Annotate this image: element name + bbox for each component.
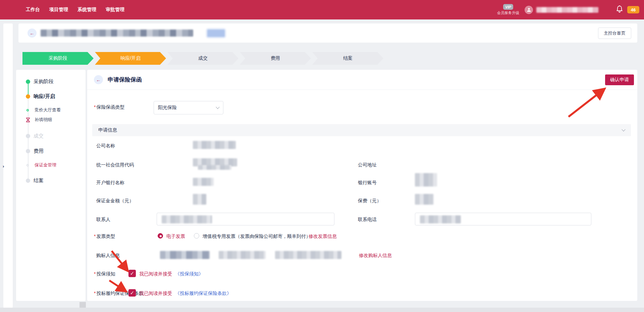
sidebar-item-label: 结案 xyxy=(34,177,44,184)
required-mark: * xyxy=(94,291,96,296)
contact-person-input[interactable] xyxy=(157,213,334,225)
page-body: › ← 主控台首页 采购阶段 响应/开启 成交 费用 结案 采购阶段 响应/开启… xyxy=(0,19,644,312)
left-collapse-panel xyxy=(3,23,13,308)
horizontal-scrollbar-track[interactable] xyxy=(0,308,644,312)
performance-clause-checkbox[interactable]: ✓ xyxy=(128,289,136,297)
performance-clause-doc-link[interactable]: 《投标履约保证保险条款》 xyxy=(175,291,231,297)
redacted-bank-name xyxy=(193,178,214,186)
insurance-application-card: ← 申请保险保函 确认申请 *保险保函类型 阳光保险 申请信息 公司名称 统一社… xyxy=(87,70,637,301)
nav-workbench[interactable]: 工作台 xyxy=(26,7,40,13)
back-button[interactable]: ← xyxy=(28,29,37,38)
confirm-apply-button[interactable]: 确认申请 xyxy=(605,74,634,85)
redacted-bank-account xyxy=(415,173,437,187)
timeline-line-green xyxy=(28,84,29,94)
main-nav: 工作台 项目管理 系统管理 审批管理 xyxy=(0,7,124,13)
form-back-button[interactable]: ← xyxy=(94,75,103,84)
agree-text: 我已阅读并接受 xyxy=(139,291,172,297)
redacted-premium xyxy=(415,194,434,205)
insurance-notice-doc-link[interactable]: 《投保须知》 xyxy=(175,271,203,277)
card-header: ← 申请保险保函 确认申请 xyxy=(87,70,637,90)
edit-buyer-info-link[interactable]: 修改购标人信息 xyxy=(359,253,392,259)
redacted-username xyxy=(536,7,598,13)
contact-person-label: 联系人 xyxy=(96,217,110,223)
redacted-contact-phone xyxy=(420,215,461,223)
sidebar-item-label: 竞价大厅查看 xyxy=(35,107,61,113)
redacted-company-name xyxy=(193,141,236,149)
ring-dot-icon xyxy=(26,164,29,166)
vip-icon: VIP xyxy=(503,4,513,10)
radio-vat-invoice[interactable] xyxy=(194,233,199,239)
radio-electronic-invoice-label[interactable]: 电子发票 xyxy=(166,233,185,240)
sidebar-item-label: 采购阶段 xyxy=(34,79,54,85)
performance-clause-label: *投标履约保证保险条款 xyxy=(94,291,143,297)
stage-timeline-sidebar: 采购阶段 响应/开启 竞价大厅查看 补填明细 成交 费用 保证金管理 xyxy=(16,70,86,301)
nav-project-management[interactable]: 项目管理 xyxy=(49,7,68,13)
redacted-buyer-id xyxy=(219,251,266,259)
vip-upgrade[interactable]: VIP 会员服务升级 xyxy=(497,4,519,15)
bank-account-label: 银行账号 xyxy=(358,180,377,186)
pending-dot-icon xyxy=(26,178,30,183)
contact-phone-input[interactable] xyxy=(415,213,591,225)
insurance-notice-label: *投保须知 xyxy=(94,271,115,277)
company-address-label: 公司地址 xyxy=(358,162,377,168)
user-icon xyxy=(527,7,531,12)
top-navigation-bar: 工作台 项目管理 系统管理 审批管理 VIP 会员服务升级 46 xyxy=(0,0,644,19)
sidebar-item-label: 补填明细 xyxy=(35,117,52,123)
back-arrow-icon: ← xyxy=(96,77,101,83)
sidebar-item-label: 费用 xyxy=(34,148,44,154)
contact-phone-label: 联系电话 xyxy=(358,217,377,223)
company-name-label: 公司名称 xyxy=(96,143,115,149)
redacted-deposit-amount xyxy=(193,194,206,205)
bond-type-value: 阳光保险 xyxy=(158,105,177,111)
sidebar-item-label: 响应/开启 xyxy=(34,93,55,100)
check-icon: ✓ xyxy=(130,290,135,296)
required-mark: * xyxy=(94,233,96,239)
radio-electronic-invoice[interactable] xyxy=(158,233,163,239)
active-dot-icon xyxy=(26,94,30,99)
project-header-card: ← 主控台首页 xyxy=(18,23,637,43)
notification-count-badge[interactable]: 46 xyxy=(627,6,639,13)
redacted-project-title xyxy=(41,30,193,37)
radio-vat-invoice-label[interactable]: 增值税专用发票（发票由保险公司邮寄，顺丰到付） xyxy=(203,233,311,240)
step-closing[interactable]: 结案 xyxy=(312,52,383,65)
bank-name-label: 开户银行名称 xyxy=(96,180,124,186)
redacted-credit-code xyxy=(198,165,231,170)
buyer-info-label: 购标人信息 xyxy=(96,253,120,259)
nav-approval-management[interactable]: 审批管理 xyxy=(106,7,124,13)
application-info-section-header[interactable]: 申请信息 xyxy=(92,124,631,136)
check-icon: ✓ xyxy=(130,270,135,276)
bond-type-select[interactable]: 阳光保险 xyxy=(154,101,223,114)
edit-invoice-info-link[interactable]: 修改发票信息 xyxy=(309,233,337,240)
section-title: 申请信息 xyxy=(98,127,117,133)
step-deal[interactable]: 成交 xyxy=(167,52,238,65)
premium-label: 保费（元） xyxy=(358,198,381,204)
vip-caption: 会员服务升级 xyxy=(497,10,519,15)
pending-dot-icon xyxy=(26,134,30,138)
back-arrow-icon: ← xyxy=(30,31,35,36)
pending-dot-icon xyxy=(26,149,30,153)
required-mark: * xyxy=(94,104,96,110)
scrollbar-thumb[interactable] xyxy=(79,302,86,308)
credit-code-label: 统一社会信用代码 xyxy=(96,162,134,168)
nav-system-management[interactable]: 系统管理 xyxy=(77,7,96,13)
required-mark: * xyxy=(94,271,96,276)
done-dot-icon xyxy=(26,80,30,84)
hourglass-icon xyxy=(26,117,30,122)
console-home-button[interactable]: 主控台首页 xyxy=(598,28,631,39)
insurance-notice-checkbox[interactable]: ✓ xyxy=(128,270,136,277)
ring-dot-icon xyxy=(26,109,29,111)
chevron-down-icon xyxy=(216,105,219,109)
step-fees[interactable]: 费用 xyxy=(240,52,311,65)
redacted-buyer-name xyxy=(160,251,210,259)
chevron-down-icon xyxy=(622,127,625,131)
redacted-status-tag xyxy=(207,30,225,37)
step-procurement[interactable]: 采购阶段 xyxy=(22,52,94,65)
sidebar-item-label: 成交 xyxy=(34,133,44,139)
notification-bell-icon[interactable] xyxy=(616,5,623,14)
step-response-open[interactable]: 响应/开启 xyxy=(95,52,166,65)
page-title: 申请保险保函 xyxy=(108,76,142,84)
avatar[interactable] xyxy=(525,6,533,14)
expand-panel-chevron-icon[interactable]: › xyxy=(3,164,4,169)
agree-text: 我已阅读并接受 xyxy=(139,271,172,277)
deposit-amount-label: 保证金金额（元） xyxy=(96,198,134,204)
